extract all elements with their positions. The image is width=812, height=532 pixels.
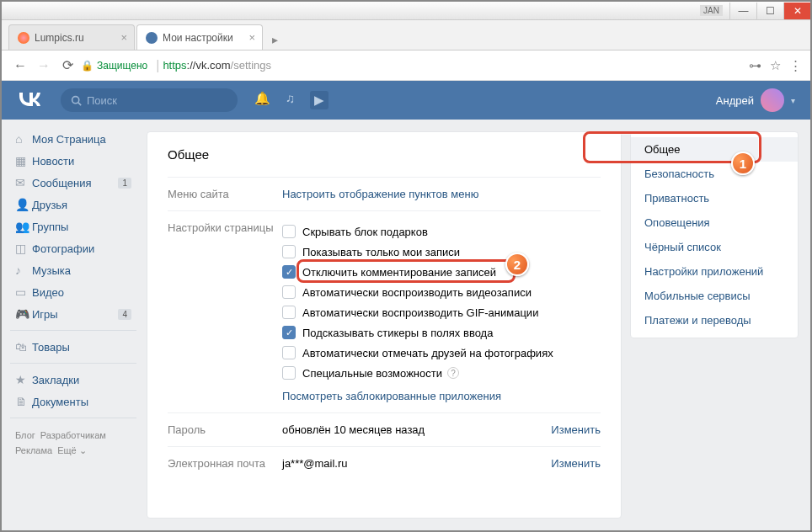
chk-only-my-posts[interactable]: Показывать только мои записи: [282, 242, 601, 262]
news-icon: ▦: [15, 154, 32, 168]
lock-icon: 🔒: [81, 60, 93, 72]
nav-bookmarks[interactable]: ★Закладки: [10, 369, 136, 391]
row-label: Электронная почта: [168, 457, 282, 470]
browser-tab-strip: Lumpics.ru × Мои настройки × ▸: [2, 20, 810, 51]
vk-logo[interactable]: [17, 89, 40, 111]
settings-nav-security[interactable]: Безопасность: [631, 162, 798, 186]
window-close-button[interactable]: ✕: [783, 3, 810, 19]
window-minimize-button[interactable]: —: [729, 3, 756, 19]
chk-sticker-hints[interactable]: ✓Подсказывать стикеры в полях ввода: [282, 322, 601, 343]
separator: [10, 363, 136, 364]
browser-tab-vk-settings[interactable]: Мои настройки ×: [136, 24, 263, 50]
chk-accessibility[interactable]: Специальные возможности?: [282, 363, 601, 383]
svg-point-0: [72, 96, 79, 103]
footer-blog[interactable]: Блог: [15, 430, 35, 440]
row-password: Пароль обновлён 10 месяцев назадИзменить: [168, 412, 601, 446]
close-icon[interactable]: ×: [120, 31, 127, 44]
change-email-link[interactable]: Изменить: [551, 457, 601, 470]
chk-hide-gifts[interactable]: Скрывать блок подарков: [282, 221, 601, 242]
search-placeholder: Поиск: [87, 94, 117, 107]
row-email: Электронная почта ja***@mail.ruИзменить: [168, 446, 601, 480]
chevron-down-icon: ▾: [791, 96, 795, 105]
window-titlebar: JAN — ☐ ✕: [2, 2, 810, 20]
star-icon[interactable]: ☆: [770, 58, 781, 73]
nav-music[interactable]: ♪Музыка: [10, 259, 136, 281]
bookmark-icon: ★: [15, 373, 32, 386]
play-icon[interactable]: ▶: [310, 91, 329, 109]
music-icon[interactable]: ♫: [286, 91, 295, 109]
menu-icon[interactable]: ⋮: [789, 58, 802, 73]
footer-ads[interactable]: Реклама: [15, 445, 52, 455]
help-icon[interactable]: ?: [447, 367, 459, 379]
tab-title: Lumpics.ru: [35, 32, 84, 44]
key-icon[interactable]: ⊶: [749, 58, 761, 73]
forward-button[interactable]: →: [34, 56, 54, 76]
checkbox-icon: [282, 306, 296, 319]
settings-nav-blacklist[interactable]: Чёрный список: [631, 235, 798, 259]
nav-documents[interactable]: 🗎Документы: [10, 391, 136, 412]
video-icon: ▭: [15, 285, 32, 299]
divider: |: [156, 58, 159, 73]
change-password-link[interactable]: Изменить: [551, 423, 601, 436]
footer-dev[interactable]: Разработчикам: [40, 430, 106, 440]
secure-label: Защищено: [97, 60, 147, 72]
left-sidebar: ⌂Моя Страница ▦Новости ✉Сообщения1 👤Друз…: [2, 120, 140, 530]
games-icon: 🎮: [15, 307, 32, 321]
settings-nav-general[interactable]: Общее: [631, 137, 798, 162]
vk-header: Поиск 🔔 ♫ ▶ Андрей ▾: [2, 81, 810, 120]
browser-tab-lumpics[interactable]: Lumpics.ru ×: [8, 24, 135, 50]
friends-icon: 👤: [15, 198, 32, 211]
configure-menu-link[interactable]: Настроить отображение пунктов меню: [282, 188, 478, 200]
close-icon[interactable]: ×: [248, 31, 255, 44]
settings-nav-mobile[interactable]: Мобильные сервисы: [631, 284, 798, 308]
nav-friends[interactable]: 👤Друзья: [10, 194, 136, 215]
nav-my-page[interactable]: ⌂Моя Страница: [10, 128, 136, 150]
documents-icon: 🗎: [15, 395, 32, 408]
settings-nav: Общее Безопасность Приватность Оповещени…: [630, 131, 799, 338]
nav-messages[interactable]: ✉Сообщения1: [10, 172, 136, 194]
settings-nav-apps[interactable]: Настройки приложений: [631, 259, 798, 284]
search-icon: [71, 95, 82, 106]
row-label: Пароль: [168, 423, 282, 436]
settings-nav-payments[interactable]: Платежи и переводы: [631, 308, 798, 332]
new-tab-button[interactable]: ▸: [264, 29, 285, 50]
username: Андрей: [716, 94, 754, 107]
notifications-icon[interactable]: 🔔: [254, 91, 270, 109]
callout-number-2: 2: [505, 253, 529, 276]
page-title: Общее: [168, 147, 601, 162]
jan-badge: JAN: [700, 5, 723, 16]
avatar: [761, 88, 784, 112]
settings-nav-notifications[interactable]: Оповещения: [631, 210, 798, 235]
nav-groups[interactable]: 👥Группы: [10, 215, 136, 237]
footer-more[interactable]: Ещё ⌄: [57, 445, 87, 455]
back-button[interactable]: ←: [10, 56, 30, 76]
nav-video[interactable]: ▭Видео: [10, 281, 136, 303]
window-maximize-button[interactable]: ☐: [756, 3, 783, 19]
chk-auto-tag-friends[interactable]: Автоматически отмечать друзей на фотогра…: [282, 343, 601, 363]
nav-news[interactable]: ▦Новости: [10, 150, 136, 172]
row-page-settings: Настройки страницы Скрывать блок подарко…: [168, 210, 601, 412]
chk-disable-comments[interactable]: ✓Отключить комментирование записей: [282, 262, 601, 282]
photos-icon: ◫: [15, 242, 32, 255]
nav-photos[interactable]: ◫Фотографии: [10, 237, 136, 259]
settings-nav-privacy[interactable]: Приватность: [631, 186, 798, 210]
checkbox-icon: ✓: [282, 326, 296, 339]
user-menu[interactable]: Андрей ▾: [716, 88, 795, 112]
chk-autoplay-video[interactable]: Автоматически воспроизводить видеозаписи: [282, 282, 601, 302]
page-body: ⌂Моя Страница ▦Новости ✉Сообщения1 👤Друз…: [2, 120, 810, 530]
url-text[interactable]: https://vk.com/settings: [163, 59, 271, 72]
nav-market[interactable]: 🛍Товары: [10, 336, 136, 358]
callout-number-1: 1: [731, 152, 755, 175]
search-input[interactable]: Поиск: [61, 88, 238, 112]
footer-links: БлогРазработчикам РекламаЕщё ⌄: [10, 423, 136, 463]
nav-games[interactable]: 🎮Игры4: [10, 303, 136, 325]
chk-autoplay-gif[interactable]: Автоматически воспроизводить GIF-анимаци…: [282, 302, 601, 322]
email-value: ja***@mail.ru: [282, 457, 348, 470]
reload-button[interactable]: ⟳: [57, 56, 77, 76]
secure-indicator[interactable]: 🔒 Защищено: [81, 60, 147, 72]
favicon-icon: [146, 32, 158, 44]
messages-icon: ✉: [15, 176, 32, 189]
market-icon: 🛍: [15, 340, 32, 354]
groups-icon: 👥: [15, 220, 32, 233]
blocked-apps-link[interactable]: Посмотреть заблокированные приложения: [282, 390, 501, 402]
